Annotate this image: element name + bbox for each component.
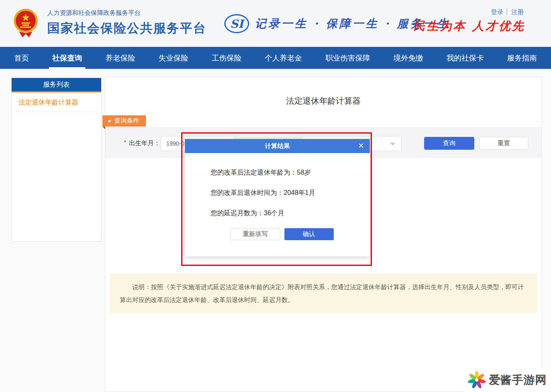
note-text: 说明：按照《关于实施渐进式延迟法定退休年龄的决定》附表对照关系，您通过法定退休年… xyxy=(120,280,527,306)
login-link[interactable]: 登录 xyxy=(491,8,503,15)
refill-button[interactable]: 重新填写 xyxy=(231,228,280,240)
result-delay-months: 您的延迟月数为：36个月 xyxy=(211,208,370,219)
nav-item-personal-pension[interactable]: 个人养老金 xyxy=(265,47,302,69)
result-retirement-date: 您的改革后退休时间为：2048年1月 xyxy=(211,187,370,198)
result-modal: 计算结果 ✕ 您的改革后法定退休年龄为：58岁 您的改革后退休时间为：2048年… xyxy=(185,139,370,256)
nav-item-my-social-security-card[interactable]: 我的社保卡 xyxy=(447,47,484,69)
platform-subtitle: 人力资源和社会保障政务服务平台 xyxy=(47,9,206,17)
nav-item-home[interactable]: 首页 xyxy=(14,47,29,69)
tag-fold-decoration xyxy=(102,127,105,129)
modal-title: 计算结果 xyxy=(185,139,370,153)
sidebar-title: 服务列表 xyxy=(12,78,101,93)
nav-item-pension-insurance[interactable]: 养老保险 xyxy=(105,47,135,69)
close-icon[interactable]: ✕ xyxy=(358,139,364,153)
page-title: 法定退休年龄计算器 xyxy=(105,95,541,107)
reset-button[interactable]: 重置 xyxy=(479,137,528,150)
motto: 民生为本 人才优先 xyxy=(413,18,525,34)
sidebar-item-retirement-calculator[interactable]: 法定退休年龄计算器 xyxy=(15,93,98,112)
main-nav: 首页 社保查询 养老保险 失业保险 工伤保险 个人养老金 职业伤害保障 境外免缴… xyxy=(0,47,551,69)
modal-buttons: 重新填写 确认 xyxy=(211,228,370,240)
nav-item-overseas-exemption[interactable]: 境外免缴 xyxy=(393,47,423,69)
platform-title: 国家社会保险公共服务平台 xyxy=(47,20,206,37)
sidebar: 服务列表 法定退休年龄计算器 xyxy=(11,78,102,242)
watermark-text: 爱酱手游网 xyxy=(489,373,547,387)
modal-body: 您的改革后法定退休年龄为：58岁 您的改革后退休时间为：2048年1月 您的延迟… xyxy=(185,153,370,240)
note-box: 说明：按照《关于实施渐进式延迟法定退休年龄的决定》附表对照关系，您通过法定退休年… xyxy=(110,273,537,313)
confirm-button[interactable]: 确认 xyxy=(284,228,334,240)
national-emblem-icon xyxy=(13,7,38,39)
nav-item-service-guide[interactable]: 服务指南 xyxy=(507,47,537,69)
bullet-dot-icon xyxy=(108,120,111,122)
required-mark: * xyxy=(124,139,126,146)
header: 人力资源和社会保障政务服务平台 国家社会保险公共服务平台 SI 记录一生 · 保… xyxy=(0,0,551,47)
nav-item-social-insurance-query[interactable]: 社保查询 xyxy=(52,47,82,69)
nav-item-work-injury-insurance[interactable]: 工伤保险 xyxy=(211,47,241,69)
si-logo-icon: SI xyxy=(224,14,249,33)
birth-month-label: 出生年月： xyxy=(129,139,160,147)
query-conditions-label: 查询条件 xyxy=(114,117,139,125)
register-link[interactable]: 注册 xyxy=(507,8,524,15)
nav-item-unemployment-insurance[interactable]: 失业保险 xyxy=(158,47,188,69)
query-conditions-tag: 查询条件 xyxy=(102,115,146,127)
flower-logo-icon xyxy=(467,370,486,390)
brand-block: 人力资源和社会保障政务服务平台 国家社会保险公共服务平台 xyxy=(47,9,206,37)
chevron-down-icon xyxy=(390,143,395,146)
modal-header: 计算结果 ✕ xyxy=(185,139,370,153)
nav-item-occupational-injury[interactable]: 职业伤害保障 xyxy=(325,47,370,69)
query-button[interactable]: 查询 xyxy=(424,137,474,150)
site-watermark: 爱酱手游网 xyxy=(465,368,551,392)
page: 人力资源和社会保障政务服务平台 国家社会保险公共服务平台 SI 记录一生 · 保… xyxy=(0,0,551,392)
result-retirement-age: 您的改革后法定退休年龄为：58岁 xyxy=(211,167,370,178)
auth-links: 登录注册 xyxy=(491,8,524,16)
